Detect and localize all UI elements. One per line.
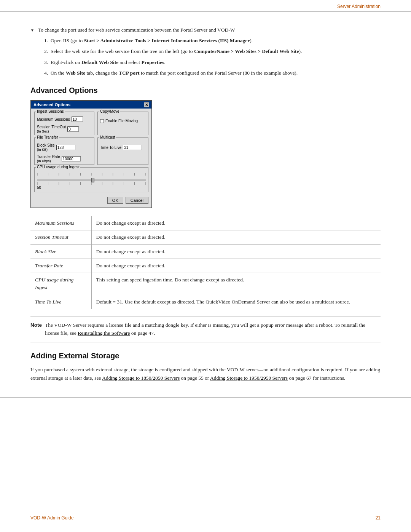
steps-list: 1. Open IIS (go to Start > Administrativ…: [38, 37, 381, 77]
dialog-close-button[interactable]: ✕: [144, 102, 149, 107]
session-timeout-label: Session TimeOut(In Sec): [37, 125, 66, 133]
table-cell-desc: Do not change except as directed.: [91, 259, 381, 273]
footer-right: 21: [376, 515, 381, 521]
info-table: Maximum Sessions Do not change except as…: [30, 216, 381, 309]
table-cell-field: Transfer Rate: [30, 259, 91, 273]
block-size-row: Block Size(In KB): [37, 143, 92, 152]
enable-file-moving-row: Enable File Moving: [100, 119, 146, 123]
copy-move-label: Copy/Move: [99, 109, 120, 113]
transfer-rate-row: Transfer Rate(In Kbps): [37, 155, 92, 163]
enable-file-moving-label: Enable File Moving: [105, 119, 138, 123]
cpu-usage-section: CPU usage during Ingest ||||||||||| ||||…: [34, 167, 148, 192]
step-2: 2. Select the web site for the web servi…: [44, 48, 381, 55]
header-title: Server Administration: [337, 4, 381, 9]
table-cell-field: Session Timeout: [30, 230, 91, 244]
page-footer: VOD-W Admin Guide 21: [0, 515, 411, 521]
max-sessions-label: Maximum Sessions: [37, 117, 70, 121]
table-cell-desc: Do not change except as directed.: [91, 230, 381, 244]
dialog-titlebar: Advanced Options ✕: [31, 101, 151, 109]
table-cell-field: Time To Live: [30, 295, 91, 309]
copy-move-group: Copy/Move Enable File Moving: [97, 112, 148, 135]
note-label: Note: [30, 321, 42, 337]
dialog-buttons: OK Cancel: [34, 195, 148, 204]
time-to-live-input[interactable]: [123, 145, 142, 150]
note-box: Note The VOD-W Server requires a license…: [30, 316, 381, 342]
slider-container: ||||||||||| ||||||||||| 50: [37, 172, 146, 190]
table-row: Block Size Do not change except as direc…: [30, 244, 381, 259]
dialog-body: Ingest Sessions Maximum Sessions Session…: [31, 109, 151, 208]
session-timeout-input[interactable]: [67, 126, 79, 132]
table-row: Maximum Sessions Do not change except as…: [30, 216, 381, 230]
dialog-title: Advanced Options: [33, 102, 70, 107]
file-transfer-group: File Transfer Block Size(In KB) Transfer…: [34, 137, 94, 165]
bullet-section: ▼ To change the port used for web servic…: [30, 27, 381, 77]
table-cell-field: Block Size: [30, 244, 91, 259]
table-cell-desc: Default = 31. Use the default except as …: [91, 295, 381, 309]
footer-divider: [0, 397, 411, 401]
ok-button[interactable]: OK: [107, 197, 123, 204]
table-cell-desc: Do not change except as directed.: [91, 244, 381, 259]
advanced-options-dialog: Advanced Options ✕ Ingest Sessions Maxim…: [30, 100, 152, 208]
block-size-label: Block Size(In KB): [37, 143, 55, 152]
slider-thumb[interactable]: [91, 178, 94, 182]
max-sessions-row: Maximum Sessions: [37, 117, 92, 122]
footer-left: VOD-W Admin Guide: [30, 515, 73, 521]
reinstalling-software-link[interactable]: Reinstalling the Software: [78, 330, 130, 336]
time-to-live-row: Time To Live: [100, 145, 146, 150]
table-row: Time To Live Default = 31. Use the defau…: [30, 295, 381, 309]
transfer-rate-label: Transfer Rate(In Kbps): [37, 155, 60, 163]
enable-file-moving-checkbox[interactable]: [100, 119, 104, 123]
table-cell-desc: Do not change except as directed.: [91, 216, 381, 230]
page-header: Server Administration: [0, 0, 411, 12]
time-to-live-label: Time To Live: [100, 145, 121, 150]
triangle-icon: ▼: [30, 28, 34, 33]
cpu-usage-label: CPU usage during Ingest: [36, 165, 80, 169]
adding-storage-1850-link[interactable]: Adding Storage to 1850/2850 Servers: [102, 375, 180, 381]
multicast-group: Multicast Time To Live: [97, 137, 148, 165]
cancel-button[interactable]: Cancel: [126, 197, 148, 204]
triangle-bullet-item: ▼ To change the port used for web servic…: [30, 27, 381, 33]
max-sessions-input[interactable]: [72, 117, 83, 122]
dialog-middle-row: File Transfer Block Size(In KB) Transfer…: [34, 137, 148, 165]
adding-external-storage-heading: Adding External Storage: [30, 351, 381, 360]
step-1: 1. Open IIS (go to Start > Administrativ…: [44, 37, 381, 45]
multicast-label: Multicast: [99, 135, 116, 139]
dialog-top-row: Ingest Sessions Maximum Sessions Session…: [34, 112, 148, 135]
transfer-rate-input[interactable]: [62, 156, 81, 161]
block-size-input[interactable]: [56, 145, 75, 150]
note-text: The VOD-W Server requires a license file…: [45, 321, 381, 337]
adding-external-storage-text: If you purchased a system with external …: [30, 366, 381, 382]
advanced-options-heading: Advanced Options: [30, 86, 381, 95]
table-cell-desc: This setting can speed ingestion time. D…: [91, 273, 381, 295]
triangle-text: To change the port used for web service …: [38, 27, 235, 33]
file-transfer-label: File Transfer: [36, 135, 59, 139]
slider-track[interactable]: [37, 179, 146, 181]
dialog-container: Advanced Options ✕ Ingest Sessions Maxim…: [30, 100, 381, 208]
slider-ticks-top: |||||||||||: [37, 172, 146, 176]
table-row: Session Timeout Do not change except as …: [30, 230, 381, 244]
ingest-sessions-label: Ingest Sessions: [36, 109, 65, 113]
adding-storage-1950-link[interactable]: Adding Storage to 1950/2950 Servers: [210, 375, 288, 381]
table-row: CPU usage duringIngest This setting can …: [30, 273, 381, 295]
table-row: Transfer Rate Do not change except as di…: [30, 259, 381, 273]
table-cell-field: Maximum Sessions: [30, 216, 91, 230]
step-4: 4. On the Web Site tab, change the TCP p…: [44, 69, 381, 77]
slider-value-label: 50: [37, 185, 146, 190]
step-3: 3. Right-click on Default Web Site and s…: [44, 59, 381, 66]
ingest-sessions-group: Ingest Sessions Maximum Sessions Session…: [34, 112, 94, 135]
session-timeout-row: Session TimeOut(In Sec): [37, 125, 92, 133]
table-cell-field: CPU usage duringIngest: [30, 273, 91, 295]
